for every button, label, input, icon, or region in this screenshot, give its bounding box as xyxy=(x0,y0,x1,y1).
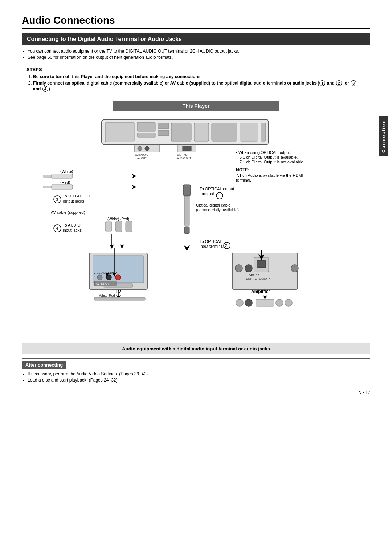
svg-text:Red: Red xyxy=(109,294,115,297)
after-connecting-title: After connecting xyxy=(22,361,66,369)
svg-text:VIDEO  L-AUDIO-R: VIDEO L-AUDIO-R xyxy=(94,271,118,274)
svg-rect-93 xyxy=(256,299,274,306)
svg-rect-30 xyxy=(44,186,52,188)
svg-rect-26 xyxy=(51,174,73,178)
svg-rect-55 xyxy=(184,196,189,225)
connection-diagram: 2CH AUDIO AV OUT DIGITAL AUDIO OUT • Whe… xyxy=(22,112,370,337)
bottom-section-title: Audio equipment with a digital audio inp… xyxy=(22,343,370,354)
svg-point-70 xyxy=(106,275,111,280)
svg-point-13 xyxy=(145,146,149,151)
svg-rect-5 xyxy=(158,130,169,136)
intro-bullets: You can connect audio equipment or the T… xyxy=(22,49,370,60)
svg-text:output jacks: output jacks xyxy=(63,199,84,203)
svg-rect-10 xyxy=(261,123,266,141)
svg-text:(White): (White) xyxy=(60,169,73,174)
svg-text:AV INPUT: AV INPUT xyxy=(96,282,109,285)
svg-text:1: 1 xyxy=(218,194,220,198)
after-connecting-section: After connecting If necessary, perform t… xyxy=(22,358,370,383)
page-title: Audio Connections xyxy=(22,15,370,29)
svg-point-81 xyxy=(235,265,242,272)
svg-point-91 xyxy=(236,299,243,306)
svg-text:7.1 ch Audio is available via : 7.1 ch Audio is available via the HDMI xyxy=(236,173,303,178)
svg-text:(Red): (Red) xyxy=(60,180,70,184)
svg-text:To 2CH AUDIO: To 2CH AUDIO xyxy=(63,194,90,198)
svg-point-94 xyxy=(276,299,283,306)
svg-text:(commercially available): (commercially available) xyxy=(196,208,239,212)
svg-text:input terminal: input terminal xyxy=(200,244,224,248)
step-2: Firmly connect an optical digital cable … xyxy=(33,80,366,92)
svg-point-92 xyxy=(245,299,252,306)
svg-text:input jacks: input jacks xyxy=(63,228,82,232)
svg-rect-50 xyxy=(183,185,191,196)
this-player-banner: This Player xyxy=(113,101,279,111)
svg-text:NOTE:: NOTE: xyxy=(236,167,249,172)
svg-rect-90 xyxy=(94,297,145,300)
svg-point-69 xyxy=(97,275,102,280)
after-bullet-2: Load a disc and start playback. (Pages 2… xyxy=(28,378,370,383)
svg-text:AV cable (supplied): AV cable (supplied) xyxy=(51,210,85,215)
svg-text:To OPTICAL: To OPTICAL xyxy=(200,239,222,244)
svg-text:White: White xyxy=(99,294,107,297)
svg-text:To AUDIO: To AUDIO xyxy=(63,223,81,227)
svg-text:5.1 ch Digital Output is avail: 5.1 ch Digital Output is available. xyxy=(240,155,298,159)
svg-rect-6 xyxy=(171,123,191,141)
svg-rect-43 xyxy=(105,221,112,232)
svg-rect-58 xyxy=(184,227,189,234)
svg-point-83 xyxy=(291,265,298,272)
svg-text:DIGITAL: DIGITAL xyxy=(177,154,187,156)
svg-text:AUDIO OUT: AUDIO OUT xyxy=(177,157,192,159)
svg-rect-29 xyxy=(51,185,73,189)
svg-rect-8 xyxy=(212,123,237,141)
svg-rect-78 xyxy=(257,260,266,268)
svg-text:AV OUT: AV OUT xyxy=(137,157,147,159)
svg-point-82 xyxy=(245,265,252,272)
svg-text:Optical digital cable: Optical digital cable xyxy=(196,203,230,207)
intro-bullet-2: See page 50 for information on the outpu… xyxy=(28,55,370,60)
after-bullet-1: If necessary, perform the Audio Video Se… xyxy=(28,371,370,376)
steps-box: STEPS Be sure to turn off this Player an… xyxy=(22,64,370,96)
svg-rect-4 xyxy=(158,123,169,129)
svg-text:• When using OPTICAL output,: • When using OPTICAL output, xyxy=(236,150,291,155)
svg-text:(White) (Red): (White) (Red) xyxy=(107,217,129,221)
sidebar-connection-tab: Connection xyxy=(379,116,388,156)
steps-list: Be sure to turn off this Player and the … xyxy=(26,74,366,92)
svg-rect-45 xyxy=(126,221,132,232)
svg-text:4: 4 xyxy=(56,226,58,231)
svg-point-95 xyxy=(285,299,292,306)
svg-text:2CH AUDIO: 2CH AUDIO xyxy=(135,154,148,156)
svg-text:3: 3 xyxy=(56,197,58,201)
svg-rect-7 xyxy=(194,123,209,141)
svg-text:OPTICAL: OPTICAL xyxy=(249,274,261,277)
svg-point-12 xyxy=(138,146,142,151)
page-number: EN - 17 xyxy=(22,390,370,395)
intro-bullet-1: You can connect audio equipment or the T… xyxy=(28,49,370,54)
section-header: Connecting to the Digital Audio Terminal… xyxy=(22,33,370,45)
svg-point-71 xyxy=(115,275,121,280)
svg-rect-2 xyxy=(137,122,155,131)
svg-rect-3 xyxy=(137,133,155,137)
svg-text:2: 2 xyxy=(225,243,227,248)
svg-text:terminal: terminal xyxy=(200,191,214,196)
svg-text:Amplifier: Amplifier xyxy=(251,289,270,294)
svg-rect-1 xyxy=(105,122,134,142)
diagram-area: 2CH AUDIO AV OUT DIGITAL AUDIO OUT • Whe… xyxy=(22,112,370,337)
sidebar-label: Connection xyxy=(381,119,386,153)
svg-text:terminal.: terminal. xyxy=(236,178,251,182)
svg-text:7.1 ch Digital Output is not a: 7.1 ch Digital Output is not available. xyxy=(240,160,305,164)
svg-rect-17 xyxy=(183,146,191,151)
svg-text:DIGITAL AUDIO IN: DIGITAL AUDIO IN xyxy=(246,277,271,280)
svg-text:To OPTICAL output: To OPTICAL output xyxy=(200,187,234,191)
svg-rect-27 xyxy=(44,175,52,177)
svg-rect-9 xyxy=(240,123,258,141)
svg-rect-44 xyxy=(115,221,122,232)
steps-title: STEPS xyxy=(26,67,366,72)
step-1: Be sure to turn off this Player and the … xyxy=(33,74,366,79)
after-connecting-bullets: If necessary, perform the Audio Video Se… xyxy=(22,371,370,383)
